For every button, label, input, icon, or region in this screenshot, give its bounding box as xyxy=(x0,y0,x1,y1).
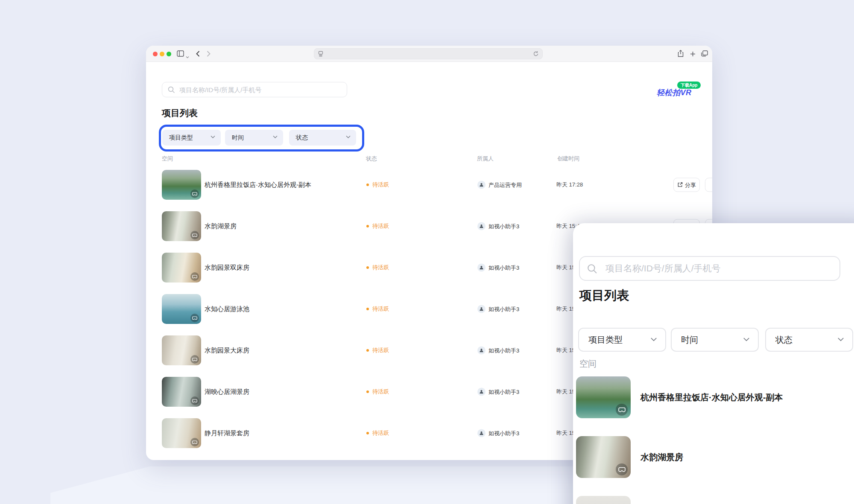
page-title: 项目列表 xyxy=(162,107,198,119)
project-name[interactable]: 杭州香格里拉饭店·水知心居外观-副本 xyxy=(205,181,311,189)
minimize-window-button[interactable] xyxy=(160,52,164,56)
brand-logo[interactable]: 轻松拍VR xyxy=(657,87,692,98)
vr-goggles-icon xyxy=(190,314,199,322)
tab-overview-icon[interactable] xyxy=(701,50,708,58)
column-header-space: 空间 xyxy=(162,155,173,163)
vr-goggles-icon xyxy=(190,355,199,364)
search-input[interactable] xyxy=(605,257,835,280)
reload-icon[interactable] xyxy=(533,51,539,58)
project-name[interactable]: 静月轩湖景套房 xyxy=(205,429,249,437)
avatar xyxy=(477,264,485,272)
project-name[interactable]: 水知心居游泳池 xyxy=(205,305,249,313)
project-thumbnail[interactable] xyxy=(162,211,201,241)
project-thumbnail[interactable] xyxy=(576,376,631,418)
project-name[interactable]: 水韵湖景房 xyxy=(640,452,683,463)
status-dot xyxy=(366,349,369,352)
created-time: 昨天 15 xyxy=(556,347,575,354)
project-thumbnail[interactable] xyxy=(162,294,201,324)
status-badge: 待活跃 xyxy=(366,305,389,313)
owner-cell: 如视小助手3 xyxy=(477,222,519,230)
filter-label: 状态 xyxy=(775,334,793,346)
project-thumbnail[interactable] xyxy=(162,170,201,200)
owner-cell: 如视小助手3 xyxy=(477,305,519,313)
search-icon xyxy=(587,264,597,276)
column-header-status: 状态 xyxy=(366,155,377,163)
status-dot xyxy=(366,225,369,227)
search-input[interactable] xyxy=(178,82,341,97)
project-thumbnail[interactable] xyxy=(162,253,201,283)
status-dot xyxy=(366,266,369,269)
project-name[interactable]: 水韵园景双床房 xyxy=(205,264,249,272)
filter-time[interactable]: 时间 xyxy=(225,130,283,146)
sidebar-icon[interactable] xyxy=(177,50,184,58)
back-icon[interactable] xyxy=(196,51,200,58)
chevron-down-icon xyxy=(273,135,278,139)
owner-cell: 如视小助手3 xyxy=(477,429,519,437)
project-thumbnail[interactable] xyxy=(162,335,201,365)
column-header-created: 创建时间 xyxy=(557,155,579,163)
created-time: 昨天 15 xyxy=(556,388,575,396)
owner-cell: 如视小助手3 xyxy=(477,388,519,396)
filter-project-type[interactable]: 项目类型 xyxy=(578,328,666,352)
project-name[interactable]: 水韵园景大床房 xyxy=(205,347,249,355)
close-window-button[interactable] xyxy=(153,52,158,56)
filter-status[interactable]: 状态 xyxy=(289,130,356,146)
filter-label: 项目类型 xyxy=(169,134,193,142)
vr-goggles-icon xyxy=(190,272,199,281)
status-dot xyxy=(366,184,369,186)
project-thumbnail-partial[interactable] xyxy=(576,496,631,504)
browser-toolbar xyxy=(146,46,712,62)
filter-label: 项目类型 xyxy=(588,334,623,346)
chevron-down-icon xyxy=(650,337,657,342)
screenshot-stage: 下载App 轻松拍VR 项目列表 项目类型 时间 状态 空间 状态 所属人 创建… xyxy=(0,0,854,504)
avatar xyxy=(477,181,485,189)
list-item[interactable]: 水韵湖景房 xyxy=(573,436,854,478)
person-icon xyxy=(712,182,712,187)
filter-project-type[interactable]: 项目类型 xyxy=(162,130,221,146)
vr-goggles-icon xyxy=(190,438,199,446)
avatar xyxy=(477,222,485,230)
avatar xyxy=(477,429,485,437)
avatar xyxy=(477,347,485,355)
status-dot xyxy=(366,390,369,393)
zoom-window-button[interactable] xyxy=(167,52,171,56)
share-icon[interactable] xyxy=(678,50,684,59)
page-icon xyxy=(318,51,324,58)
chevron-down-icon xyxy=(743,337,750,342)
share-button[interactable]: 分享 xyxy=(673,178,700,192)
new-tab-icon[interactable] xyxy=(690,51,696,58)
chevron-down-icon xyxy=(211,135,215,139)
status-badge: 待活跃 xyxy=(366,222,389,230)
project-thumbnail[interactable] xyxy=(162,418,201,448)
page-title: 项目列表 xyxy=(579,287,629,304)
column-header-owner: 所属人 xyxy=(477,155,494,163)
filter-label: 状态 xyxy=(296,134,308,142)
filter-label: 时间 xyxy=(232,134,244,142)
project-thumbnail[interactable] xyxy=(576,436,631,478)
project-search-zoomed[interactable] xyxy=(579,256,840,281)
external-link-icon xyxy=(677,182,683,188)
project-thumbnail[interactable] xyxy=(162,377,201,407)
chevron-down-icon[interactable] xyxy=(186,52,189,60)
status-dot xyxy=(366,308,369,310)
status-badge: 待活跃 xyxy=(366,388,389,396)
filter-time[interactable]: 时间 xyxy=(671,328,759,352)
list-item[interactable] xyxy=(573,496,854,504)
filter-status[interactable]: 状态 xyxy=(765,328,853,352)
created-time: 昨天 15 xyxy=(556,305,575,313)
address-bar[interactable] xyxy=(314,48,543,59)
owner-cell: 如视小助手3 xyxy=(477,347,519,355)
search-icon xyxy=(168,86,175,95)
status-badge: 待活跃 xyxy=(366,347,389,354)
table-row[interactable]: 杭州香格里拉饭店·水知心居外观-副本 待活跃 产品运营专用 昨天 17:28 分… xyxy=(146,170,712,200)
forward-icon[interactable] xyxy=(207,51,211,58)
avatar xyxy=(477,305,485,313)
project-name[interactable]: 湖映心居湖景房 xyxy=(205,388,249,396)
status-dot xyxy=(366,432,369,434)
filter-label: 时间 xyxy=(681,334,698,346)
project-name[interactable]: 水韵湖景房 xyxy=(205,222,237,230)
project-name[interactable]: 杭州香格里拉饭店·水知心居外观-副本 xyxy=(640,392,783,403)
list-item[interactable]: 杭州香格里拉饭店·水知心居外观-副本 xyxy=(573,376,854,418)
secondary-button-clipped[interactable] xyxy=(705,178,712,192)
project-search[interactable] xyxy=(162,82,347,97)
